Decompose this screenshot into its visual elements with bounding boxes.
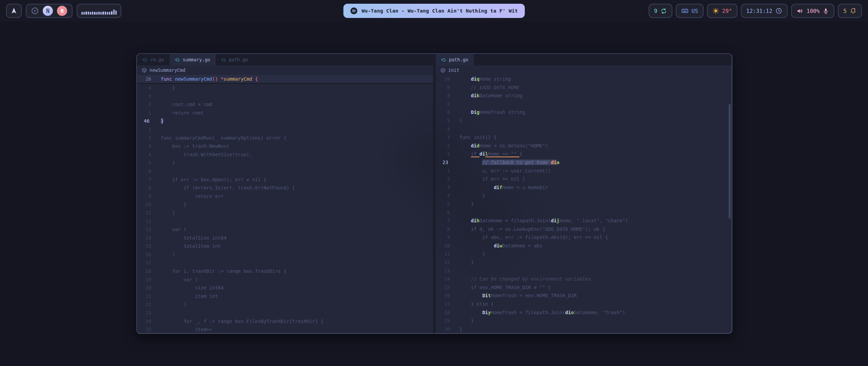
code-line: 5 } — [436, 200, 732, 208]
context-token — [252, 76, 255, 82]
visualizer-bar — [85, 12, 87, 15]
line-number: 4 — [436, 125, 455, 134]
code-line: 3 difHome = u.HomeDir — [436, 183, 732, 192]
line-number: 16 — [137, 250, 157, 259]
notifications-pill[interactable]: 5 — [838, 4, 862, 18]
code-line: 7 if err := box.Open(); err ≠ nil { — [137, 176, 433, 184]
scrollbar-right[interactable] — [729, 104, 731, 219]
compass-icon[interactable] — [31, 7, 39, 15]
package-cube-icon — [142, 68, 147, 73]
code-line: 7 dihDataHome = filepath.Join(dijHome, "… — [436, 217, 732, 225]
visualizer-bar — [83, 12, 85, 15]
visualizer-bar — [109, 12, 110, 15]
bar-left-cluster: N — [6, 4, 121, 18]
line-number: 2 — [436, 142, 455, 150]
line-number: 10 — [436, 242, 455, 250]
line-number: 4 — [436, 191, 455, 200]
weather-pill[interactable]: 29° — [707, 4, 737, 18]
line-number: 9 — [137, 192, 157, 201]
clock-pill[interactable]: 12:31:12 — [741, 4, 788, 18]
visualizer-bar — [111, 11, 112, 15]
neovim-icon[interactable]: N — [43, 6, 53, 16]
code-line: 25 item++ — [137, 325, 433, 333]
code-segment: g — [477, 109, 479, 115]
window-split-divider[interactable] — [433, 54, 436, 333]
code-segment: // $XDG_DATA_HOME — [471, 85, 519, 90]
code-area-right[interactable]: 10 diqHome string9 // $XDG_DATA_HOME8 di… — [436, 75, 732, 333]
context-code: func newSummaryCmd() *summaryCmd { — [157, 76, 258, 82]
line-number: 22 — [137, 300, 157, 309]
line-number: 19 — [137, 276, 157, 284]
tab-label: rm.go — [150, 57, 164, 62]
visualizer-bar — [100, 12, 102, 15]
code-segment: di — [494, 185, 499, 190]
context-token: summaryCmd — [223, 76, 252, 82]
code-segment — [459, 109, 471, 115]
code-segment: for _, f := range box.FilesByTrashDir[tr… — [161, 319, 323, 324]
updates-pill[interactable]: 9 — [649, 4, 672, 18]
code-line: 14 // Can be changed by environment vari… — [436, 275, 732, 283]
code-line: 23 // fallback to get home dia — [436, 158, 732, 167]
keyboard-layout-pill[interactable]: US — [676, 4, 704, 18]
code-line: 23 — [137, 309, 433, 317]
code-segment: di — [471, 218, 477, 223]
line-number: 11 — [137, 209, 157, 217]
code-segment: t — [488, 293, 491, 298]
code-segment: Home == "" — [488, 151, 519, 157]
code-line: 19 var ( — [137, 276, 433, 284]
line-number: 12 — [137, 217, 157, 226]
code-line: 24 for _, f := range box.FilesByTrashDir… — [137, 317, 433, 326]
line-number: 21 — [137, 292, 157, 301]
code-segment — [459, 93, 471, 98]
code-segment: trash.WithGetSize(true), — [161, 152, 252, 157]
code-segment: HomeTrash = filepath.Join( — [491, 310, 565, 315]
line-number: 2 — [137, 100, 157, 109]
now-playing-pill[interactable]: Wu-Tang Clan - Wu-Tang Clan Ain't Nuthin… — [343, 4, 525, 18]
code-segment: HomeTrash string — [479, 109, 525, 115]
code-line: 5) — [436, 117, 732, 125]
sun-icon — [712, 7, 719, 14]
code-segment: di — [479, 151, 485, 157]
visualizer-bar — [92, 12, 93, 15]
code-line: 4 trash.WithGetSize(true), — [137, 150, 433, 159]
code-segment: var ( — [161, 227, 186, 232]
tab-path-go[interactable]: path.go — [436, 54, 474, 65]
tabstrip-left: rm.go summary.go path.go — [137, 54, 433, 65]
line-number: 15 — [137, 242, 157, 250]
visualizer-bar — [90, 12, 91, 15]
code-line: 13 var ( — [137, 225, 433, 234]
notifications-count: 5 — [843, 8, 847, 14]
line-number: 1 — [137, 125, 157, 134]
tab-summary-go[interactable]: summary.go — [170, 54, 216, 65]
line-number: 16 — [436, 291, 455, 300]
code-segment: q — [477, 76, 479, 82]
bar-right-cluster: 9 — [649, 4, 862, 18]
code-segment: func summaryCmdRun(_ summaryOptions) err… — [161, 135, 287, 141]
line-number: 11 — [436, 250, 455, 258]
code-segment: item int — [161, 293, 218, 299]
code-line: 21 item int — [137, 292, 433, 301]
launcher-button[interactable] — [6, 4, 22, 18]
tab-path-go-left[interactable]: path.go — [216, 54, 254, 65]
code-segment: totalSize int64 — [161, 235, 226, 241]
code-line: 6 DigHomeTrash string — [436, 108, 732, 117]
code-segment: var ( — [161, 277, 198, 282]
code-area-left[interactable]: 4 }32 root.cmd = cmd1 return root46}12fu… — [137, 84, 433, 333]
line-number: 5 — [436, 200, 455, 208]
code-segment — [459, 151, 471, 157]
line-number: 12 — [436, 258, 455, 267]
code-line: 9 if abs, err := filepath.Abs(d); err ==… — [436, 233, 732, 242]
line-number: 4 — [137, 84, 157, 92]
code-segment: if abs, err := filepath.Abs(d); err == n… — [459, 235, 608, 240]
tab-rm-go[interactable]: rm.go — [137, 54, 170, 65]
line-number: 10 — [137, 200, 157, 209]
code-segment: } — [161, 202, 186, 207]
code-segment — [459, 85, 471, 90]
audio-pill[interactable]: 100% — [791, 4, 835, 18]
code-segment: Home, ".local", "share") — [559, 218, 628, 223]
audio-visualizer[interactable] — [77, 4, 121, 18]
files-icon[interactable] — [57, 6, 67, 16]
code-line: 7 — [436, 100, 732, 108]
code-line: 10 } — [137, 200, 433, 209]
line-number: 1 — [436, 167, 455, 175]
